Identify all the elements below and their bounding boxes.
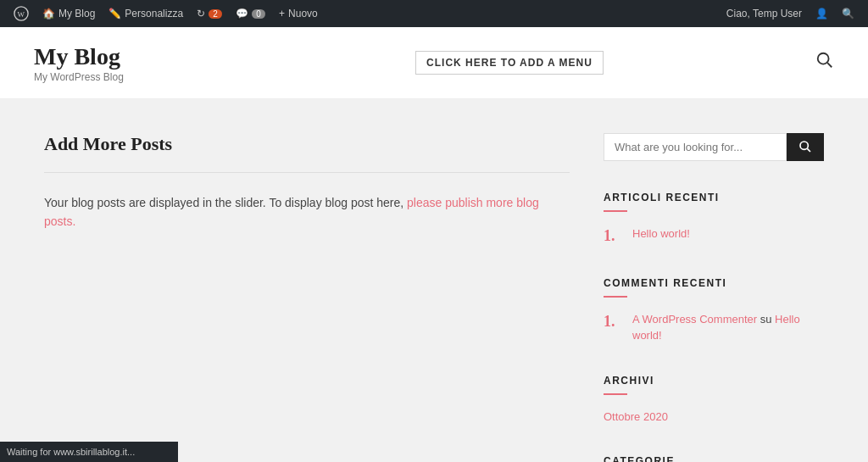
- admin-bar-new[interactable]: + Nuovo: [272, 0, 325, 27]
- admin-bar-my-blog[interactable]: 🏠 My Blog: [36, 0, 102, 27]
- search-button[interactable]: [787, 133, 824, 161]
- recent-comments-underline: [604, 296, 627, 298]
- header-nav: CLICK HERE TO ADD A MENU: [203, 51, 815, 75]
- updates-icon: ↻: [197, 8, 205, 19]
- svg-point-2: [818, 53, 829, 64]
- status-text: Waiting for www.sbirillablog.it...: [7, 447, 135, 457]
- edit-icon: ✏️: [108, 8, 121, 19]
- blog-description: Your blog posts are displayed in the sli…: [44, 193, 570, 231]
- search-widget: [604, 133, 824, 161]
- house-icon: 🏠: [42, 8, 55, 19]
- search-input[interactable]: [604, 133, 787, 161]
- add-menu-link[interactable]: CLICK HERE TO ADD A MENU: [415, 51, 604, 75]
- admin-bar: W 🏠 My Blog ✏️ Personalizza ↻ 2 💬 0 + Nu…: [0, 0, 868, 27]
- list-item: 1. Hello world!: [604, 225, 824, 247]
- archives-title: ARCHIVI: [604, 375, 824, 387]
- blog-text-before: Your blog posts are displayed in the sli…: [44, 196, 407, 209]
- archive-link[interactable]: Ottobre 2020: [604, 410, 668, 423]
- recent-posts-list: 1. Hello world!: [604, 225, 824, 247]
- status-bar: Waiting for www.sbirillablog.it...: [0, 442, 178, 462]
- site-title: My Blog: [34, 42, 203, 71]
- primary-content: Add More Posts Your blog posts are displ…: [44, 133, 570, 462]
- recent-posts-widget: ARTICOLI RECENTI 1. Hello world!: [604, 192, 824, 247]
- site-header: My Blog My WordPress Blog CLICK HERE TO …: [0, 27, 868, 99]
- admin-bar-personalizza[interactable]: ✏️ Personalizza: [102, 0, 190, 27]
- archives-underline: [604, 393, 627, 395]
- conjunction: su: [760, 313, 775, 326]
- categories-widget: CATEGORIE: [604, 455, 824, 462]
- main-wrapper: Add More Posts Your blog posts are displ…: [27, 99, 841, 462]
- item-number: 1.: [604, 225, 624, 247]
- header-search[interactable]: [815, 51, 834, 74]
- svg-line-3: [827, 64, 832, 68]
- recent-comments-list: 1. A WordPress Commenter su Hello world!: [604, 311, 824, 344]
- user-icon: 👤: [815, 8, 828, 19]
- item-content: Ottobre 2020: [604, 409, 668, 426]
- sidebar: ARTICOLI RECENTI 1. Hello world! COMMENT…: [604, 133, 824, 462]
- admin-bar-wp-logo[interactable]: W: [7, 0, 36, 27]
- plus-icon: +: [279, 8, 285, 19]
- item-content: Hello world!: [632, 225, 690, 242]
- recent-posts-title: ARTICOLI RECENTI: [604, 192, 824, 203]
- commenter-link[interactable]: A WordPress Commenter: [632, 313, 757, 326]
- svg-text:W: W: [18, 10, 25, 19]
- list-item: Ottobre 2020: [604, 409, 824, 426]
- page-title: Add More Posts: [44, 133, 570, 155]
- archives-list: Ottobre 2020: [604, 409, 824, 426]
- site-description: My WordPress Blog: [34, 71, 203, 83]
- separator: [44, 172, 570, 173]
- admin-bar-updates[interactable]: ↻ 2: [190, 0, 229, 27]
- admin-bar-search-icon[interactable]: 🔍: [835, 0, 861, 27]
- admin-bar-right: Ciao, Temp User 👤 🔍: [720, 0, 861, 27]
- admin-bar-greeting[interactable]: Ciao, Temp User: [720, 0, 809, 27]
- admin-bar-comments[interactable]: 💬 0: [229, 0, 272, 27]
- svg-point-4: [800, 142, 808, 149]
- recent-comments-widget: COMMENTI RECENTI 1. A WordPress Commente…: [604, 277, 824, 344]
- archives-widget: ARCHIVI Ottobre 2020: [604, 375, 824, 426]
- page-header: Add More Posts: [44, 133, 570, 155]
- recent-post-link[interactable]: Hello world!: [632, 227, 690, 240]
- admin-bar-user-icon[interactable]: 👤: [809, 0, 835, 27]
- list-item: 1. A WordPress Commenter su Hello world!: [604, 311, 824, 344]
- site-branding: My Blog My WordPress Blog: [34, 42, 203, 83]
- item-number: 1.: [604, 311, 624, 332]
- recent-posts-underline: [604, 210, 627, 212]
- header-search-icon[interactable]: [815, 54, 834, 73]
- recent-comments-title: COMMENTI RECENTI: [604, 277, 824, 289]
- categories-title: CATEGORIE: [604, 455, 824, 462]
- comments-icon: 💬: [236, 8, 248, 19]
- search-icon: 🔍: [842, 8, 854, 19]
- svg-line-5: [807, 148, 810, 152]
- item-content: A WordPress Commenter su Hello world!: [632, 311, 824, 344]
